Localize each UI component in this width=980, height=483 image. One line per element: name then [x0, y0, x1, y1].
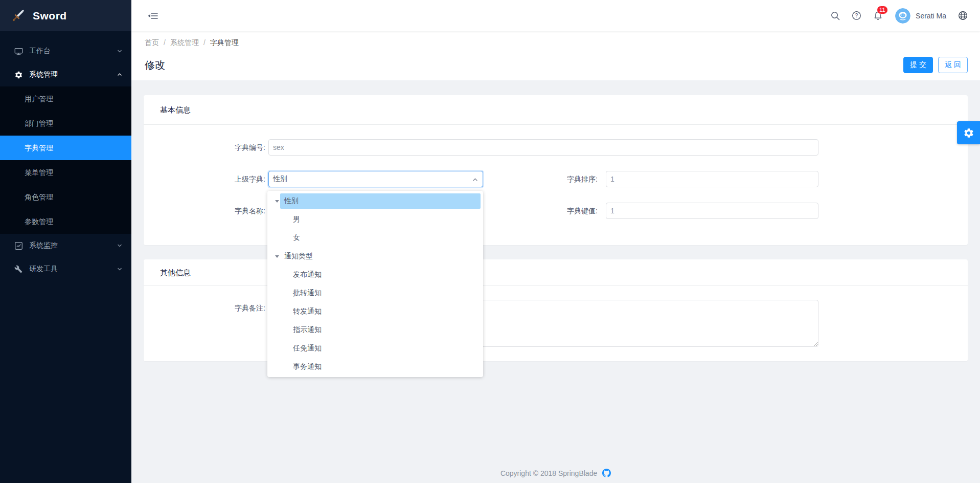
- field-row-dict-code: 字典编号:: [144, 139, 968, 156]
- caret-down-icon: [275, 255, 279, 258]
- wrench-icon: [14, 265, 23, 274]
- caret-down-icon: [275, 200, 279, 203]
- chevron-up-icon: [117, 72, 122, 77]
- chevron-up-icon: [472, 177, 478, 183]
- parent-dict-dropdown: 性别 男 女 通知类型 发布通知 批转通知 转发通知 指示通知 任免通知 事务通…: [267, 191, 483, 377]
- sidebar-item-system-monitor[interactable]: 系统监控: [0, 234, 131, 257]
- sidebar-item-user-management[interactable]: 用户管理: [0, 86, 131, 111]
- dict-sort-label: 字典排序:: [483, 171, 602, 187]
- breadcrumb-separator: /: [159, 38, 170, 47]
- topbar-actions: ? 11: [822, 8, 971, 24]
- sidebar-item-menu-management[interactable]: 菜单管理: [0, 160, 131, 185]
- search-icon[interactable]: [827, 8, 843, 24]
- sidebar-item-dev-tools[interactable]: 研发工具: [0, 257, 131, 281]
- field-row-parent-dict: 上级字典: 性别 字典排序:: [144, 171, 968, 187]
- dropdown-option-notice-type[interactable]: 通知类型: [267, 247, 483, 266]
- breadcrumb: 首页/系统管理/字典管理: [145, 38, 968, 49]
- parent-dict-select-value: 性别: [273, 174, 287, 184]
- app-root: Sword 工作台 系统管理: [0, 0, 980, 483]
- dict-key-input[interactable]: [606, 203, 818, 219]
- desktop-icon: [14, 47, 23, 56]
- sidebar-item-dict-management[interactable]: 字典管理: [0, 136, 131, 160]
- theme-settings-button[interactable]: [957, 121, 980, 144]
- sword-logo-icon: [10, 8, 26, 24]
- help-icon[interactable]: ?: [848, 8, 864, 24]
- dict-code-input[interactable]: [268, 139, 818, 156]
- back-button[interactable]: 返 回: [938, 57, 968, 73]
- copyright-text: Copyright © 2018 SpringBlade: [500, 469, 597, 477]
- dict-sort-input[interactable]: [606, 171, 818, 187]
- sidebar-item-label: 系统管理: [29, 70, 117, 79]
- footer: Copyright © 2018 SpringBlade: [131, 469, 980, 479]
- language-globe-icon[interactable]: [954, 8, 971, 24]
- breadcrumb-home[interactable]: 首页: [145, 38, 159, 47]
- page-title: 修改: [145, 58, 903, 72]
- sidebar-submenu-system: 用户管理 部门管理 字典管理 菜单管理 角色管理 参数管理: [0, 86, 131, 234]
- app-title: Sword: [33, 10, 67, 22]
- notification-badge: 11: [877, 6, 887, 14]
- breadcrumb-system[interactable]: 系统管理: [170, 38, 199, 47]
- dropdown-option-female[interactable]: 女: [267, 229, 483, 247]
- sidebar-item-dept-management[interactable]: 部门管理: [0, 111, 131, 136]
- sidebar-item-label: 工作台: [29, 47, 117, 56]
- breadcrumb-current: 字典管理: [210, 38, 239, 47]
- dropdown-option-appointment-notice[interactable]: 任免通知: [267, 339, 483, 358]
- sidebar-item-workbench[interactable]: 工作台: [0, 39, 131, 63]
- page-content: 基本信息 字典编号: 上级字典: 性别 字典: [131, 80, 980, 361]
- sidebar-item-role-management[interactable]: 角色管理: [0, 185, 131, 209]
- main-area: ? 11: [131, 0, 980, 483]
- dropdown-option-instruction-notice[interactable]: 指示通知: [267, 321, 483, 339]
- logo[interactable]: Sword: [0, 0, 131, 31]
- gear-icon: [14, 71, 23, 79]
- sidebar-item-system-management[interactable]: 系统管理: [0, 63, 131, 86]
- chevron-down-icon: [117, 267, 122, 272]
- sidebar: Sword 工作台 系统管理: [0, 0, 131, 483]
- github-icon[interactable]: [602, 469, 611, 479]
- sidebar-item-label: 研发工具: [29, 265, 117, 274]
- chevron-down-icon: [117, 243, 122, 248]
- submit-button[interactable]: 提 交: [903, 57, 933, 73]
- parent-dict-select[interactable]: 性别: [268, 171, 483, 187]
- dropdown-option-forward-notice[interactable]: 转发通知: [267, 302, 483, 321]
- parent-dict-label: 上级字典:: [144, 171, 268, 187]
- chevron-down-icon: [117, 49, 122, 54]
- dropdown-option-sex[interactable]: 性别: [267, 192, 483, 210]
- sidebar-item-label: 系统监控: [29, 241, 117, 250]
- sidebar-item-param-management[interactable]: 参数管理: [0, 209, 131, 234]
- sidebar-collapse-button[interactable]: [145, 8, 161, 24]
- basic-info-title: 基本信息: [144, 95, 968, 125]
- dict-remark-label: 字典备注:: [144, 300, 268, 316]
- dict-key-label: 字典键值:: [483, 203, 602, 219]
- dict-code-label: 字典编号:: [144, 139, 268, 156]
- avatar[interactable]: [895, 8, 910, 24]
- dropdown-option-publish-notice[interactable]: 发布通知: [267, 266, 483, 284]
- gear-icon: [963, 127, 974, 139]
- dropdown-option-forward-approval-notice[interactable]: 批转通知: [267, 284, 483, 302]
- topbar: ? 11: [131, 0, 980, 31]
- user-name[interactable]: Serati Ma: [916, 12, 946, 20]
- dict-name-label: 字典名称:: [144, 203, 268, 219]
- page-header: 首页/系统管理/字典管理 修改 提 交 返 回: [131, 31, 980, 80]
- dropdown-option-transaction-notice[interactable]: 事务通知: [267, 358, 483, 376]
- dropdown-option-male[interactable]: 男: [267, 210, 483, 229]
- notifications-bell-icon[interactable]: 11: [870, 8, 886, 24]
- svg-text:?: ?: [855, 13, 858, 18]
- sidebar-menu: 工作台 系统管理 用户管理 部门管理 字典管理 菜单管理 角色管理: [0, 31, 131, 281]
- chart-icon: [14, 242, 23, 250]
- breadcrumb-separator: /: [199, 38, 210, 47]
